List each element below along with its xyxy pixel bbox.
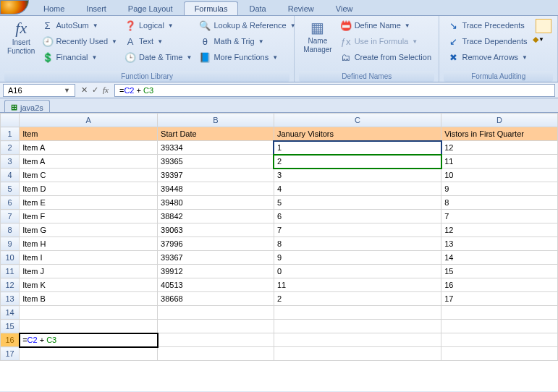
cell-C11[interactable]: 0	[274, 265, 441, 278]
column-header-B[interactable]: B	[158, 114, 274, 127]
cell-C17[interactable]	[274, 347, 441, 361]
cell-A17[interactable]	[20, 347, 158, 361]
cell-B9[interactable]: 37996	[158, 237, 274, 251]
cell-A16[interactable]: =C2 + C3	[20, 333, 158, 347]
cell-B12[interactable]: 40513	[158, 278, 274, 292]
cell-C2[interactable]: 1	[274, 141, 441, 155]
cell-A14[interactable]	[20, 306, 158, 320]
cell-B13[interactable]: 38668	[158, 292, 274, 306]
column-header-D[interactable]: D	[441, 114, 558, 127]
cell-C4[interactable]: 3	[274, 169, 441, 182]
cell-D17[interactable]	[441, 347, 558, 361]
trace-dependents-button[interactable]: ↙Trace Dependents	[444, 33, 531, 49]
cell-A4[interactable]: Item C	[20, 169, 158, 182]
cell-A2[interactable]: Item A	[20, 141, 158, 155]
cell-A7[interactable]: Item F	[20, 210, 158, 223]
cell-C7[interactable]: 6	[274, 210, 441, 223]
cell-B11[interactable]: 39912	[158, 265, 274, 278]
autosum-button[interactable]: ΣAutoSum▼	[38, 17, 121, 33]
cell-C14[interactable]	[274, 306, 441, 320]
cell-D16[interactable]	[441, 333, 558, 347]
enter-icon[interactable]: ✓	[92, 85, 98, 95]
row-header-4[interactable]: 4	[1, 169, 20, 182]
cell-B6[interactable]: 39480	[158, 196, 274, 210]
cell-B4[interactable]: 39397	[158, 169, 274, 182]
name-box[interactable]: A16▼	[3, 84, 75, 97]
cell-A10[interactable]: Item I	[20, 251, 158, 265]
cell-C16[interactable]	[274, 333, 441, 347]
date-time-button[interactable]: 🕒Date & Time▼	[121, 49, 195, 65]
tab-review[interactable]: Review	[277, 1, 325, 15]
cell-D10[interactable]: 14	[441, 251, 558, 265]
remove-arrows-button[interactable]: ✖Remove Arrows▼	[444, 49, 531, 65]
cell-C13[interactable]: 2	[274, 292, 441, 306]
cell-D2[interactable]: 12	[441, 141, 558, 155]
more-functions-button[interactable]: 📘More Functions▼	[195, 49, 299, 65]
tab-view[interactable]: View	[325, 1, 364, 15]
column-header-A[interactable]: A	[20, 114, 158, 127]
row-header-5[interactable]: 5	[1, 182, 20, 196]
row-header-7[interactable]: 7	[1, 210, 20, 223]
cell-D8[interactable]: 12	[441, 223, 558, 237]
cell-D1[interactable]: Vistors in First Quarter	[441, 127, 558, 141]
cell-A12[interactable]: Item K	[20, 278, 158, 292]
use-in-formula-button[interactable]: ƒxUse in Formula▼	[337, 33, 435, 49]
row-header-3[interactable]: 3	[1, 155, 20, 169]
insert-function-button[interactable]: fx Insert Function	[4, 17, 38, 67]
cell-B2[interactable]: 39334	[158, 141, 274, 155]
tab-home[interactable]: Home	[33, 1, 75, 15]
row-header-10[interactable]: 10	[1, 251, 20, 265]
cell-B17[interactable]	[158, 347, 274, 361]
cell-D12[interactable]: 16	[441, 278, 558, 292]
trace-precedents-button[interactable]: ↘Trace Precedents	[444, 17, 531, 33]
row-header-15[interactable]: 15	[1, 320, 20, 333]
cell-C5[interactable]: 4	[274, 182, 441, 196]
cell-B3[interactable]: 39365	[158, 155, 274, 169]
cell-A5[interactable]: Item D	[20, 182, 158, 196]
cell-A13[interactable]: Item B	[20, 292, 158, 306]
text-button[interactable]: AText▼	[121, 33, 195, 49]
cell-D6[interactable]: 8	[441, 196, 558, 210]
cell-D5[interactable]: 9	[441, 182, 558, 196]
row-header-2[interactable]: 2	[1, 141, 20, 155]
cell-B15[interactable]	[158, 320, 274, 333]
cell-A9[interactable]: Item H	[20, 237, 158, 251]
cell-D9[interactable]: 13	[441, 237, 558, 251]
cell-C6[interactable]: 5	[274, 196, 441, 210]
cell-D11[interactable]: 15	[441, 265, 558, 278]
row-header-12[interactable]: 12	[1, 278, 20, 292]
cell-D4[interactable]: 10	[441, 169, 558, 182]
cell-C3[interactable]: 2	[274, 155, 441, 169]
column-header-C[interactable]: C	[274, 114, 441, 127]
cancel-icon[interactable]: ✕	[81, 85, 88, 95]
cell-A11[interactable]: Item J	[20, 265, 158, 278]
tab-page-layout[interactable]: Page Layout	[117, 1, 184, 15]
row-header-8[interactable]: 8	[1, 223, 20, 237]
math-trig-button[interactable]: θMath & Trig▼	[195, 33, 299, 49]
cell-C15[interactable]	[274, 320, 441, 333]
tab-formulas[interactable]: Formulas	[184, 1, 239, 15]
row-header-11[interactable]: 11	[1, 265, 20, 278]
cell-D13[interactable]: 17	[441, 292, 558, 306]
cell-B5[interactable]: 39448	[158, 182, 274, 196]
cell-D3[interactable]: 11	[441, 155, 558, 169]
spreadsheet-grid[interactable]: ABCD1ItemStart DateJanuary VisitorsVisto…	[0, 112, 558, 391]
workbook-tab[interactable]: ⊞java2s	[4, 100, 50, 112]
row-header-14[interactable]: 14	[1, 306, 20, 320]
define-name-button[interactable]: 📛Define Name▼	[337, 17, 435, 33]
create-from-selection-button[interactable]: 🗂Create from Selection	[337, 49, 435, 65]
cell-B1[interactable]: Start Date	[158, 127, 274, 141]
recently-used-button[interactable]: 🕘Recently Used▼	[38, 33, 121, 49]
row-header-1[interactable]: 1	[1, 127, 20, 141]
cell-A1[interactable]: Item	[20, 127, 158, 141]
cell-C10[interactable]: 9	[274, 251, 441, 265]
fx-icon[interactable]: fx	[103, 85, 109, 95]
name-manager-button[interactable]: ▦ Name Manager	[299, 17, 336, 55]
row-header-6[interactable]: 6	[1, 196, 20, 210]
show-formulas-button[interactable]	[536, 19, 551, 33]
cell-D15[interactable]	[441, 320, 558, 333]
tab-data[interactable]: Data	[238, 1, 276, 15]
cell-D7[interactable]: 7	[441, 210, 558, 223]
cell-C12[interactable]: 11	[274, 278, 441, 292]
cell-B10[interactable]: 39367	[158, 251, 274, 265]
